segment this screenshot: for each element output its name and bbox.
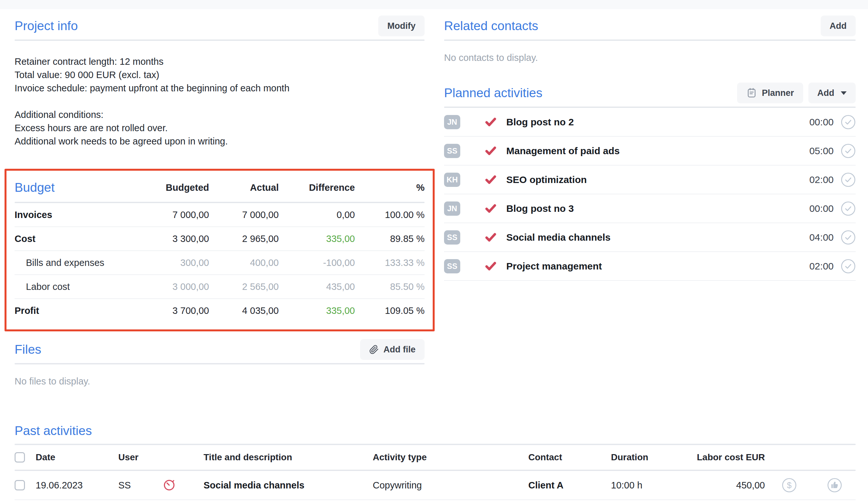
- past-activity-row[interactable]: 19.06.2023 SS Social media channels Copy…: [14, 471, 856, 500]
- past-activities-table-header: Date User Title and description Activity…: [14, 445, 856, 470]
- activity-time: 04:00: [809, 232, 834, 243]
- related-contacts-header: Related contacts Add: [444, 12, 856, 40]
- planner-button[interactable]: Planner: [737, 83, 803, 103]
- mark-done-icon[interactable]: [841, 115, 856, 129]
- avatar: JN: [444, 201, 460, 216]
- past-activities-title: Past activities: [14, 424, 92, 438]
- activity-time: 00:00: [809, 203, 834, 214]
- row-select-checkbox[interactable]: [14, 480, 25, 490]
- col-labor-cost: Labor cost EUR: [692, 452, 765, 463]
- activity-check-icon: [485, 261, 497, 271]
- avatar: SS: [444, 144, 460, 158]
- activity-title[interactable]: Blog post no 3: [506, 203, 809, 214]
- activity-check-icon: [485, 175, 497, 185]
- past-activities-section: Past activities Date User Title and desc…: [0, 418, 868, 504]
- page: Project info Modify Retainer contract le…: [0, 9, 868, 387]
- activity-time: 02:00: [809, 174, 834, 185]
- project-info-line: Additional conditions:: [14, 108, 425, 122]
- mark-done-icon[interactable]: [841, 144, 856, 158]
- add-activity-button[interactable]: Add: [808, 83, 856, 103]
- files-header: Files Add file: [14, 336, 425, 363]
- planned-activity-row[interactable]: JN Blog post no 2 00:00: [444, 108, 856, 136]
- activity-duration: 10:00 h: [611, 480, 692, 491]
- budget-row-cost: Cost 3 300,00 2 965,00 335,00 89.85 %: [14, 227, 425, 250]
- mark-done-icon[interactable]: [841, 172, 856, 187]
- project-info-text: Retainer contract length: 12 months Tota…: [14, 55, 425, 148]
- activity-labor-cost: 450,00: [692, 480, 765, 491]
- files-empty-message: No files to display.: [14, 376, 425, 387]
- activity-title[interactable]: SEO optimization: [506, 174, 809, 185]
- project-info-line: Invoice schedule: payment upfront at the…: [14, 82, 425, 95]
- budget-row-labor-cost: Labor cost 3 000,00 2 565,00 435,00 85.5…: [14, 275, 425, 298]
- project-info-header: Project info Modify: [14, 12, 425, 40]
- budget-row-profit: Profit 3 700,00 4 035,00 335,00 109.05 %: [14, 299, 425, 322]
- activity-title[interactable]: Management of paid ads: [506, 145, 809, 156]
- mark-done-icon[interactable]: [841, 230, 856, 245]
- activity-time: 05:00: [809, 145, 834, 156]
- mark-done-icon[interactable]: [841, 259, 856, 274]
- planned-activity-row[interactable]: SS Project management 02:00: [444, 252, 856, 280]
- project-info-line: Additional work needs to be agreed upon …: [14, 135, 425, 148]
- planned-activity-row[interactable]: SS Social media channels 04:00: [444, 223, 856, 251]
- activity-title[interactable]: Social media channels: [204, 480, 373, 491]
- col-user: User: [118, 452, 162, 463]
- project-info-line: Retainer contract length: 12 months: [14, 55, 425, 69]
- left-column: Project info Modify Retainer contract le…: [14, 9, 425, 387]
- avatar: SS: [444, 230, 460, 244]
- budget-title: Budget: [14, 180, 138, 195]
- activity-contact: Client A: [528, 480, 611, 491]
- budget-row-bills-expenses: Bills and expenses 300,00 400,00 -100,00…: [14, 251, 425, 274]
- activity-check-icon: [485, 117, 497, 127]
- planned-activity-row[interactable]: JN Blog post no 3 00:00: [444, 195, 856, 222]
- col-activity-type: Activity type: [373, 452, 528, 463]
- budget-col-percent: %: [355, 182, 425, 193]
- chevron-down-icon: [841, 91, 847, 95]
- col-duration: Duration: [611, 452, 692, 463]
- budget-highlight-box: Budget Budgeted Actual Difference % Invo…: [4, 169, 435, 332]
- add-file-button[interactable]: Add file: [360, 339, 425, 360]
- activity-check-icon: [485, 204, 497, 213]
- activity-type: Copywriting: [373, 480, 528, 491]
- modify-button[interactable]: Modify: [378, 15, 425, 36]
- divider: [444, 40, 856, 41]
- activity-title[interactable]: Blog post no 2: [506, 117, 809, 128]
- activity-time: 02:00: [809, 261, 834, 272]
- planned-activity-row[interactable]: KH SEO optimization 02:00: [444, 166, 856, 194]
- add-contact-button[interactable]: Add: [821, 15, 856, 36]
- planned-activity-row[interactable]: SS Management of paid ads 05:00: [444, 137, 856, 165]
- activity-time: 00:00: [809, 117, 834, 128]
- col-contact: Contact: [528, 452, 611, 463]
- related-contacts-title: Related contacts: [444, 19, 538, 33]
- activity-date: 19.06.2023: [36, 480, 118, 491]
- activity-check-icon: [485, 233, 497, 242]
- divider: [14, 40, 425, 41]
- col-title: Title and description: [204, 452, 373, 463]
- avatar: JN: [444, 115, 460, 129]
- budget-row-invoices: Invoices 7 000,00 7 000,00 0,00 100.00 %: [14, 203, 425, 227]
- thumbs-up-icon[interactable]: [827, 478, 842, 493]
- planner-icon: [746, 87, 757, 98]
- top-strip: [0, 0, 868, 9]
- activity-user: SS: [118, 480, 162, 491]
- col-date: Date: [36, 452, 118, 463]
- avatar: KH: [444, 172, 460, 187]
- stopwatch-icon: [162, 477, 204, 494]
- billing-icon[interactable]: $: [782, 478, 797, 493]
- svg-text:$: $: [787, 480, 792, 490]
- past-activities-header: Past activities: [14, 418, 856, 444]
- budget-col-budgeted: Budgeted: [138, 182, 209, 193]
- budget-col-difference: Difference: [279, 182, 355, 193]
- files-title: Files: [14, 343, 41, 357]
- paperclip-icon: [369, 345, 379, 354]
- project-info-line: Total value: 90 000 EUR (excl. tax): [14, 69, 425, 82]
- project-info-title: Project info: [14, 19, 78, 33]
- right-column: Related contacts Add No contacts to disp…: [444, 9, 856, 387]
- select-all-checkbox[interactable]: [14, 452, 25, 463]
- activity-check-icon: [485, 146, 497, 156]
- mark-done-icon[interactable]: [841, 201, 856, 216]
- past-activity-row[interactable]: 19.06.2023 SS Blog post no 3 Copywriting…: [14, 500, 856, 504]
- activity-title[interactable]: Project management: [506, 261, 809, 272]
- budget-col-actual: Actual: [209, 182, 279, 193]
- activity-title[interactable]: Social media channels: [506, 232, 809, 243]
- planned-activities-title: Planned activities: [444, 86, 542, 100]
